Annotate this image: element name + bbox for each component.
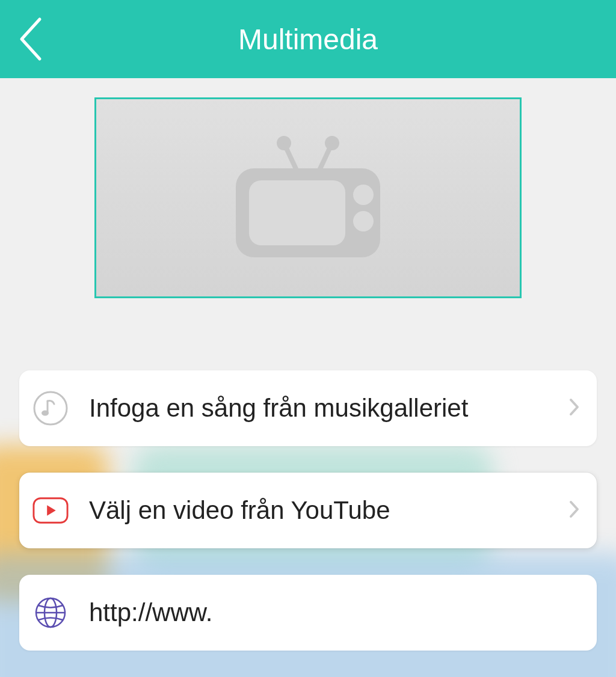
svg-point-7 — [353, 211, 374, 231]
chevron-right-icon — [569, 500, 580, 521]
option-music-label: Infoga en sång från musikgalleriet — [89, 394, 468, 423]
option-url-placeholder: http://www. — [89, 598, 212, 627]
music-note-icon — [32, 390, 69, 426]
media-preview[interactable] — [94, 97, 522, 298]
option-list: Infoga en sång från musikgalleriet Välj … — [19, 370, 597, 651]
svg-rect-5 — [249, 180, 345, 245]
back-button[interactable] — [0, 0, 60, 78]
page-title: Multimedia — [0, 23, 616, 56]
chevron-right-icon — [569, 398, 580, 418]
tv-placeholder-icon — [224, 135, 392, 261]
option-youtube[interactable]: Välj en video från YouTube — [19, 473, 597, 548]
header-bar: Multimedia — [0, 0, 616, 78]
option-url[interactable]: http://www. — [19, 575, 597, 651]
svg-point-6 — [353, 185, 374, 205]
svg-point-9 — [42, 411, 49, 416]
chevron-left-icon — [16, 16, 45, 63]
option-music-gallery[interactable]: Infoga en sång från musikgalleriet — [19, 370, 597, 446]
globe-icon — [32, 595, 69, 631]
youtube-icon — [32, 492, 69, 528]
svg-point-8 — [34, 392, 67, 424]
svg-marker-11 — [47, 505, 56, 515]
option-youtube-label: Välj en video från YouTube — [89, 496, 390, 525]
